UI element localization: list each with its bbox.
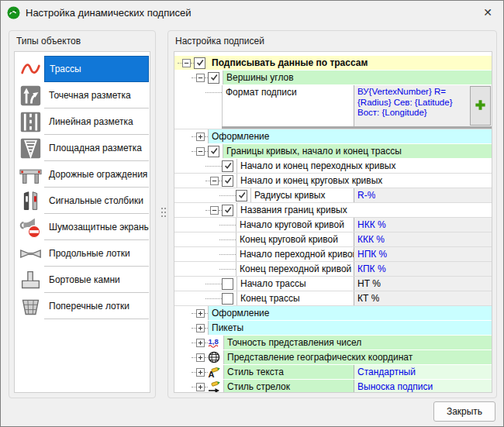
- object-type-list: ТрассыТочечная разметкаЛинейная разметка…: [14, 51, 150, 393]
- list-item[interactable]: Точечная разметка: [15, 82, 150, 108]
- tree-checkbox[interactable]: [222, 278, 233, 290]
- collapse-box-icon[interactable]: [196, 74, 205, 82]
- list-item[interactable]: Дорожные ограждения: [15, 161, 150, 188]
- list-item-label: Бортовые камни: [44, 267, 149, 293]
- tree-checkbox[interactable]: [222, 160, 233, 172]
- tree-label: Конец переходной кривой: [236, 262, 354, 276]
- tree-value[interactable]: НКК %: [354, 218, 492, 232]
- tree-row[interactable]: Конец переходной кривойКПК %: [174, 262, 492, 277]
- tree-checkbox[interactable]: [194, 57, 205, 69]
- close-window-button[interactable]: ✕: [472, 1, 503, 24]
- collapse-box-icon[interactable]: [210, 177, 219, 185]
- tree-row[interactable]: Представление географических координат: [174, 350, 492, 365]
- tree-connector: [205, 92, 222, 93]
- tree-value[interactable]: R-%: [354, 188, 492, 202]
- tree-label: Пикеты: [208, 321, 492, 335]
- panel-splitter[interactable]: [157, 201, 166, 224]
- tree-label: Стиль стрелок: [223, 380, 354, 393]
- tree-row[interactable]: Подписывать данные по трассам: [174, 56, 492, 71]
- format-add-button[interactable]: [470, 86, 491, 126]
- close-dialog-button[interactable]: Закрыть: [433, 401, 495, 422]
- list-item-label: Точечная разметка: [44, 82, 149, 108]
- object-types-groupbox: Типы объектов ТрассыТочечная разметкаЛин…: [9, 30, 156, 398]
- tree-row[interactable]: Границы кривых, начало и конец трассы: [174, 144, 492, 159]
- tree-label: Начало и конец круговых кривых: [236, 174, 492, 188]
- tree-value-text: КПК %: [357, 263, 386, 274]
- list-item[interactable]: Трассы: [15, 56, 150, 82]
- tree-row[interactable]: Начало круговой кривойНКК %: [174, 218, 492, 232]
- transverse-tray-icon: [16, 293, 44, 319]
- noise-screen-icon: [16, 214, 44, 240]
- tree-value[interactable]: ВУ{VertexNumber} R={Radius} Сев: {Latitu…: [354, 85, 492, 126]
- expand-box-icon[interactable]: [196, 368, 205, 377]
- list-item[interactable]: Линейная разметка: [15, 108, 150, 135]
- title-bar: Настройка динамических подписей ✕: [1, 1, 503, 24]
- point-marking-icon: [16, 82, 44, 108]
- tree-row[interactable]: Формат подписиВУ{VertexNumber} R={Radius…: [174, 85, 492, 129]
- tree-checkbox[interactable]: [222, 175, 233, 187]
- list-item[interactable]: Поперечные лотки: [15, 293, 150, 319]
- tree-row[interactable]: Пикеты: [174, 321, 492, 336]
- dialog-window: Настройка динамических подписей ✕ Типы о…: [0, 0, 504, 427]
- tree-checkbox[interactable]: [208, 72, 219, 84]
- line-marking-icon: [16, 108, 44, 135]
- tree-checkbox[interactable]: [222, 205, 233, 216]
- expand-box-icon[interactable]: [196, 133, 205, 141]
- tree-value-text: НКК %: [357, 219, 386, 230]
- tree-row[interactable]: Конец трассыКТ %: [174, 291, 492, 306]
- expand-box-icon[interactable]: [196, 309, 205, 318]
- curb-stone-icon: [16, 267, 44, 293]
- list-item[interactable]: Продольные лотки: [15, 240, 150, 267]
- collapse-box-icon[interactable]: [182, 59, 191, 67]
- list-item[interactable]: Сигнальные столбики: [15, 188, 150, 214]
- tree-label: Стиль текста: [223, 365, 354, 379]
- text-style-icon: A: [208, 366, 222, 378]
- list-item[interactable]: Площадная разметка: [15, 135, 150, 161]
- tree-label: Подписывать данные по трассам: [209, 56, 492, 70]
- tree-row[interactable]: Оформление: [174, 306, 492, 321]
- tree-row[interactable]: Начало и конец круговых кривых: [174, 174, 492, 188]
- tree-value-text: Выноска подписи: [357, 381, 433, 392]
- tree-value[interactable]: НПК %: [354, 247, 492, 261]
- plus-icon: [474, 98, 487, 114]
- tree-row[interactable]: Стиль стрелокВыноска подписи: [174, 380, 492, 393]
- tree-value[interactable]: КТ %: [354, 291, 492, 305]
- expand-box-icon[interactable]: [196, 324, 205, 332]
- expand-box-icon[interactable]: [196, 353, 205, 362]
- tree-row[interactable]: Радиусы кривыхR-%: [174, 188, 492, 203]
- tree-row[interactable]: Начало и конец переходных кривых: [174, 159, 492, 174]
- tree-row[interactable]: Вершины углов: [174, 71, 492, 85]
- tree-label: Точность представления чисел: [223, 336, 492, 350]
- tree-value[interactable]: Выноска подписи: [354, 380, 492, 393]
- expand-box-icon[interactable]: [196, 339, 205, 347]
- splitter-grip-icon: [161, 208, 163, 209]
- expand-box-icon[interactable]: [196, 383, 205, 391]
- tree-checkbox[interactable]: [236, 190, 247, 201]
- tree-value[interactable]: КПК %: [354, 262, 492, 276]
- collapse-box-icon[interactable]: [196, 147, 205, 156]
- tree-value[interactable]: НТ %: [354, 277, 492, 291]
- label-settings-tree: Подписывать данные по трассамВершины угл…: [174, 51, 492, 393]
- tree-label: Начало круговой кривой: [236, 218, 354, 232]
- list-item-label: Трассы: [44, 56, 149, 82]
- tree-value[interactable]: Стандартный: [354, 365, 492, 379]
- tree-label: Вершины углов: [223, 71, 492, 84]
- tree-row[interactable]: Начало переходной кривойНПК %: [174, 247, 492, 262]
- collapse-box-icon[interactable]: [210, 206, 219, 215]
- list-item-label: Площадная разметка: [44, 135, 149, 161]
- tree-row[interactable]: Названия границ кривых: [174, 203, 492, 218]
- tree-connector: [205, 298, 222, 299]
- tree-row[interactable]: Начало трассыНТ %: [174, 277, 492, 291]
- tree-row[interactable]: 1,8Точность представления чисел: [174, 336, 492, 350]
- tree-label: Представление географических координат: [223, 350, 492, 364]
- tree-row[interactable]: Конец круговой кривойККК %: [174, 232, 492, 247]
- tree-checkbox[interactable]: [222, 293, 233, 305]
- list-item[interactable]: Бортовые камни: [15, 267, 150, 293]
- tree-checkbox[interactable]: [208, 146, 219, 157]
- tree-connector: [219, 239, 236, 240]
- tree-value[interactable]: ККК %: [354, 232, 492, 246]
- tree-row[interactable]: AСтиль текстаСтандартный: [174, 365, 492, 380]
- tree-label: Границы кривых, начало и конец трассы: [223, 144, 492, 158]
- list-item[interactable]: Шумозащитные экраны: [15, 214, 150, 240]
- tree-row[interactable]: Оформление: [174, 129, 492, 144]
